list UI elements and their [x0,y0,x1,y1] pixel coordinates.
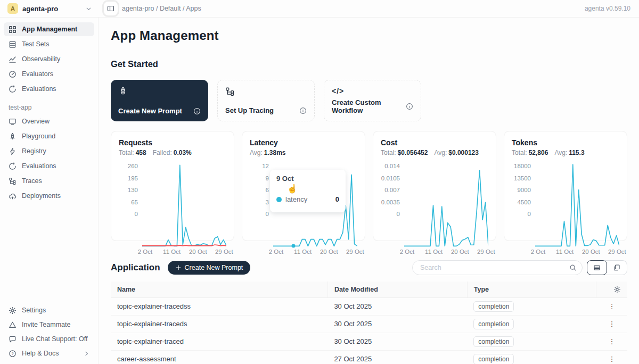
sidebar-item-live-chat[interactable]: Live Chat Support: Off [4,332,94,346]
refresh-circle-icon [9,85,17,93]
search-icon[interactable] [569,264,577,271]
row-menu-button[interactable]: ⋮ [596,333,627,350]
app-version: agenta v0.59.10 [585,5,630,12]
table-row[interactable]: topic-explainer-traceds 30 Oct 2025 comp… [111,315,627,333]
row-menu-button[interactable]: ⋮ [596,297,627,315]
chart-plot[interactable] [142,163,226,247]
column-header-type[interactable]: Type [467,282,596,297]
sidebar-item-evaluators[interactable]: Evaluators [4,67,94,81]
sidebar-item-registry[interactable]: Registry [4,144,94,158]
chart-tooltip: 9 Oct ☝ latency 0 [270,170,346,212]
info-icon[interactable] [299,107,307,114]
y-tick-label: 0.007 [384,187,400,193]
latency-card: Latency Avg:1.38ms 129630 2 Oct11 Oct20 … [242,131,365,241]
workspace-selector[interactable]: A agenta-pro [0,0,99,17]
x-tick-label: 11 Oct [294,249,312,255]
main-content: App Management Get Started Create New Pr… [99,18,639,364]
type-badge: completion [473,319,514,329]
chart-title: Tokens [512,138,619,147]
sidebar-item-label: Test Sets [22,40,49,48]
sidebar-item-evaluations-app[interactable]: Evaluations [4,159,94,173]
sidebar-item-label: Help & Docs [22,350,59,357]
sidebar-item-test-sets[interactable]: Test Sets [4,37,94,51]
y-tick-label: 13500 [514,175,531,181]
y-tick-label: 6 [266,187,269,193]
sidebar-item-label: Evaluators [22,70,53,78]
sidebar-item-deployments[interactable]: Deployments [4,189,94,203]
hovered-data-point [292,244,296,248]
table-row[interactable]: career-assessment 27 Oct 2025 completion… [111,350,627,364]
chart-plot[interactable] [404,163,488,247]
sidebar-item-help-docs[interactable]: ? Help & Docs [4,346,94,360]
sidebar-toggle-button[interactable] [104,2,118,15]
tooltip-date: 9 Oct [276,175,339,183]
gear-icon[interactable] [603,286,621,293]
sidebar-item-label: Playground [22,133,55,140]
row-menu-button[interactable]: ⋮ [596,315,627,333]
create-new-prompt-button[interactable]: Create New Prompt [168,261,251,275]
app-name: career-assessment [111,350,327,364]
type-badge: completion [473,301,514,312]
x-tick-label: 11 Oct [425,249,443,255]
gear-icon [9,307,17,315]
sidebar-item-label: Observability [22,55,60,63]
sidebar: App Management Test Sets Observability E… [0,18,99,364]
x-tick-label: 2 Oct [400,249,414,255]
view-toggle [587,260,627,275]
y-tick-label: 12 [262,163,269,169]
info-icon[interactable] [406,103,413,110]
y-tick-label: 3 [266,199,269,205]
set-up-tracing-card[interactable]: Set Up Tracing [217,80,315,121]
x-tick-label: 2 Oct [269,249,283,255]
tooltip-value: 0 [335,195,339,203]
svg-text:?: ? [11,351,13,356]
chart-stats: Total:458 Failed:0.03% [119,149,226,156]
page-title: App Management [111,28,627,43]
card-view-button[interactable] [607,261,627,275]
gauge-icon [9,70,17,78]
sidebar-item-label: Live Chat Support: Off [22,335,87,343]
app-name: topic-explainer-traced [111,333,327,350]
sidebar-item-settings[interactable]: Settings [4,303,94,317]
sidebar-item-evaluations[interactable]: Evaluations [4,82,94,96]
sidebar-item-label: Evaluations [22,162,56,170]
sidebar-item-observability[interactable]: Observability [4,52,94,66]
info-icon[interactable] [193,107,201,115]
sidebar-item-playground[interactable]: Playground [4,129,94,143]
sidebar-item-invite-teammate[interactable]: Invite Teammate [4,318,94,332]
x-tick-label: 20 Oct [320,249,338,255]
column-header-date-modified[interactable]: Date Modified [327,282,467,297]
card-label: Create New Prompt [118,107,182,115]
table-row[interactable]: topic-explainer-traced 30 Oct 2025 compl… [111,333,627,350]
panel-left-icon [107,5,114,12]
cost-chart: 0.0140.01050.0070.00350 2 Oct11 Oct20 Oc… [381,163,488,226]
y-tick-label: 9 [266,175,269,181]
app-date: 30 Oct 2025 [327,297,467,315]
y-tick-label: 0.0105 [381,175,400,181]
code-icon: </> [332,87,413,95]
sidebar-item-label: Settings [22,307,46,314]
chart-title: Requests [119,138,226,147]
app-name: topic-explainer-tracedss [111,297,327,315]
x-tick-label: 20 Oct [582,249,600,255]
cost-card: Cost Total:$0.056452 Avg:$0.000123 0.014… [373,131,496,241]
table-row[interactable]: topic-explainer-tracedss 30 Oct 2025 com… [111,297,627,315]
breadcrumb[interactable]: agenta-pro / Default / Apps [122,5,201,12]
row-menu-button[interactable]: ⋮ [596,350,627,364]
create-custom-workflow-card[interactable]: </> Create Custom Workflow [324,80,421,121]
table-rows-icon [9,40,17,48]
column-header-name[interactable]: Name [111,282,327,297]
chart-plot[interactable] [535,163,619,247]
sidebar-item-app-management[interactable]: App Management [4,22,94,36]
sidebar-item-label: Evaluations [22,85,56,93]
app-name: topic-explainer-traceds [111,315,327,333]
table-view-button[interactable] [587,260,607,275]
search-input[interactable] [420,264,569,271]
create-new-prompt-card[interactable]: Create New Prompt [111,80,208,121]
x-tick-label: 11 Oct [163,249,181,255]
y-tick-label: 130 [128,187,138,193]
y-axis: 1800013500900045000 [512,163,535,226]
type-badge: completion [473,336,514,347]
sidebar-item-overview[interactable]: Overview [4,114,94,128]
sidebar-item-traces[interactable]: Traces [4,174,94,188]
